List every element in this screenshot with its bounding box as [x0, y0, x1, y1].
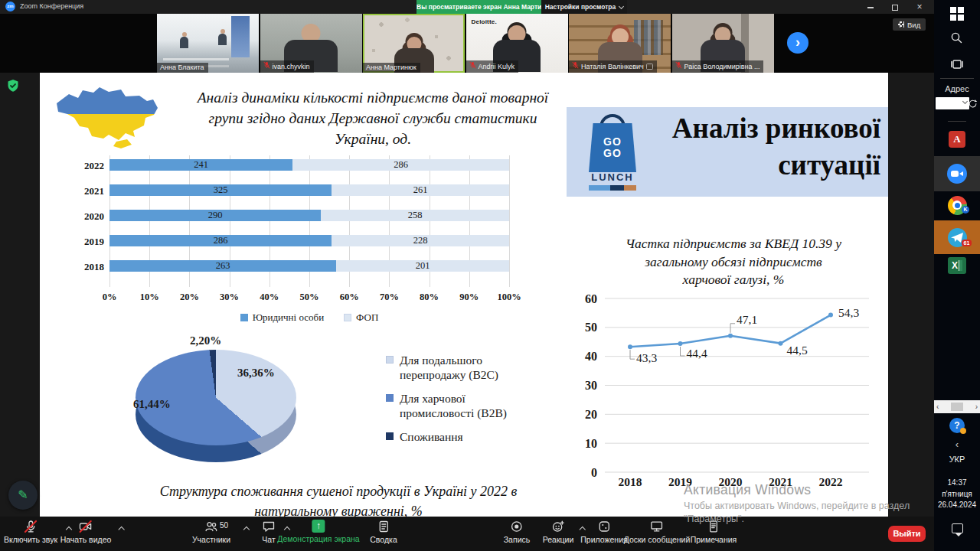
toolbar-label: Чат — [262, 535, 275, 544]
summary-button[interactable]: Сводка — [370, 520, 397, 544]
excel-app-button[interactable]: X — [934, 256, 980, 276]
mic-muted-icon — [469, 61, 476, 71]
bar-segment-fop: 228 — [332, 235, 509, 246]
start-video-button[interactable]: Начать видео — [60, 520, 112, 544]
zoom-camera-icon — [947, 164, 967, 184]
stacked-bar-chart: 2022241286202132526120202902582019286228… — [70, 149, 567, 333]
participant-video-tile[interactable]: ivan.chyvkin — [260, 14, 362, 73]
acrobat-app-button[interactable]: A — [934, 129, 980, 150]
zoom-toolbar: Включить звук Начать видео 50 Участники … — [0, 517, 934, 551]
view-settings-button[interactable]: Настройки просмотра — [541, 0, 627, 14]
participant-video-tile[interactable]: Deloitte.Andrii Kulyk — [466, 14, 568, 73]
whiteboards-button[interactable]: Доски сообщений — [624, 520, 691, 544]
taskbar-divider — [940, 78, 974, 79]
scroll-left-arrow[interactable]: ‹ — [936, 403, 939, 411]
view-layout-button[interactable]: Вид — [893, 18, 926, 31]
share-screen-icon: ↑ — [312, 520, 325, 533]
bar-legend-item: ФОП — [344, 311, 378, 324]
refresh-button[interactable] — [965, 97, 980, 109]
zoom-app-button[interactable] — [934, 164, 980, 184]
participant-tiles: Анна Блакитаivan.chyvkinАнна МартинюкDel… — [157, 14, 774, 73]
svg-text:60: 60 — [585, 293, 597, 305]
bar-axis-tick: 50% — [292, 292, 326, 303]
notes-button[interactable]: Примечания — [691, 520, 737, 544]
chrome-app-button[interactable]: K — [934, 195, 980, 215]
participant-nameplate: Раіса Володимирівна ... — [672, 60, 764, 73]
svg-text:54,3: 54,3 — [838, 306, 859, 319]
logo-tricolor-bar — [589, 185, 636, 191]
bag-icon: GO GO — [589, 123, 636, 172]
svg-text:30: 30 — [585, 379, 597, 392]
zoom-app-icon: zm — [5, 2, 15, 11]
taskbar-divider — [948, 121, 966, 122]
action-center-button[interactable] — [934, 519, 980, 537]
toolbar-label: Начать видео — [60, 535, 112, 544]
participants-options-chevron[interactable] — [243, 527, 250, 533]
participant-nameplate: ivan.chyvkin — [260, 60, 314, 73]
chat-button[interactable]: Чат — [262, 520, 276, 544]
svg-text:2021: 2021 — [769, 475, 792, 488]
unmute-button[interactable]: Включить звук — [4, 520, 57, 544]
scene-decor — [231, 16, 250, 57]
close-button[interactable]: × — [910, 0, 929, 14]
restore-button[interactable] — [885, 0, 905, 14]
scroll-right-arrow[interactable]: › — [975, 403, 978, 411]
task-view-button[interactable] — [934, 55, 980, 73]
window-title: Zoom Конференция — [20, 2, 83, 10]
toolbar-label: Включить звук — [4, 535, 57, 544]
search-button[interactable] — [934, 29, 980, 47]
start-button[interactable] — [934, 5, 980, 23]
apps-button[interactable]: Приложения — [580, 520, 627, 544]
minimize-button[interactable] — [861, 0, 880, 14]
notification-icon — [952, 523, 963, 533]
record-button[interactable]: Запись — [504, 520, 530, 544]
participant-video-tile[interactable]: Анна Мартинюк — [363, 14, 465, 73]
participant-video-tile[interactable]: Раіса Володимирівна ... — [672, 14, 774, 73]
leave-button[interactable]: Выйти — [888, 526, 926, 542]
svg-text:20: 20 — [585, 408, 597, 421]
slide-title-line: Аналіз динаміки кількості підприємств да… — [155, 88, 591, 109]
participants-button[interactable]: 50 Участники — [192, 520, 230, 544]
slide-title-line: групи згідно даних Державної служби стат… — [155, 109, 591, 129]
shared-screen-stage: Аналіз динаміки кількості підприємств да… — [0, 73, 934, 517]
right-header-line: ситуації — [651, 147, 880, 184]
bar-axis-tick: 10% — [132, 292, 166, 303]
participant-nameplate: Наталія Валінкевич — [569, 60, 657, 73]
participant-video-tile[interactable]: Наталія Валінкевич — [569, 14, 671, 73]
help-app-button[interactable]: ? — [934, 416, 980, 435]
annotate-pencil-button[interactable]: ✎ — [8, 481, 38, 510]
bar-segment-fop: 258 — [321, 210, 509, 221]
scene-decor — [218, 34, 227, 45]
windows-taskbar: Адрес A K 61 X ‹ › — [934, 0, 980, 551]
clock-time[interactable]: 14:37 — [934, 478, 980, 487]
pie-legend-label: Споживання — [400, 429, 463, 444]
video-options-chevron[interactable] — [118, 527, 124, 533]
notes-icon — [707, 520, 720, 533]
scene-decor — [180, 37, 188, 48]
scroll-thumb[interactable] — [951, 403, 963, 411]
participant-name: Раіса Володимирівна ... — [684, 63, 760, 70]
windows-logo-icon — [950, 7, 964, 21]
reactions-button[interactable]: Реакции — [543, 520, 574, 544]
line-chart-svg: 01020304050602018201920202021202243,344,… — [574, 293, 884, 494]
next-participants-button[interactable]: › — [787, 32, 808, 54]
participant-video-tile[interactable]: Анна Блакита — [157, 14, 259, 73]
logo-go1: GO — [603, 136, 622, 148]
participant-name: Анна Мартинюк — [366, 64, 416, 71]
hidden-icons-chevron[interactable]: ‹ — [934, 438, 980, 450]
right-header-line: Аналіз ринкової — [651, 110, 880, 147]
toolbar-label: Доски сообщений — [624, 535, 691, 544]
zoom-window: zm Zoom Конференция Вы просматриваете эк… — [0, 0, 980, 551]
mic-muted-icon — [675, 61, 682, 71]
encryption-shield-icon[interactable] — [6, 79, 20, 93]
shared-screen-slide: Аналіз динаміки кількості підприємств да… — [40, 73, 888, 517]
bar-segment-legal: 290 — [109, 210, 321, 221]
share-screen-button[interactable]: ↑ Демонстрация экрана — [277, 520, 359, 543]
mic-muted-icon — [24, 520, 38, 533]
whiteboard-icon — [650, 520, 664, 533]
slide-title-line: України, од. — [155, 129, 591, 150]
language-indicator[interactable]: УКР — [934, 453, 980, 465]
telegram-app-button[interactable]: 61 — [934, 227, 980, 247]
bar-gridline — [509, 155, 510, 287]
bar-axis-tick: 0% — [93, 292, 126, 303]
